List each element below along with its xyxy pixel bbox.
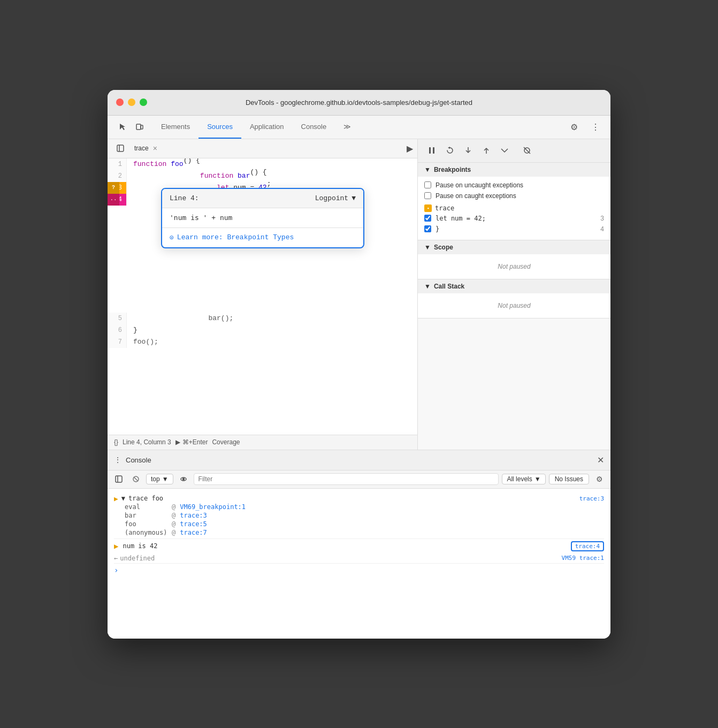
console-settings-button[interactable]: ⚙ [592,472,606,486]
svg-rect-4 [429,147,431,154]
logpoint-footer: ⊙ Learn more: Breakpoint Types [162,228,363,247]
right-panel: ▼ Breakpoints Pause on uncaught exceptio… [418,139,610,450]
stack-label-bar: bar [125,512,167,519]
logpoint-dropdown-icon: ▼ [352,194,356,202]
console-filter-input[interactable] [194,473,499,485]
traffic-lights [116,98,147,106]
pause-resume-button[interactable] [424,143,439,158]
console-prompt-icon: › [114,566,118,574]
trace-filename: trace [435,204,454,212]
breakpoint-badge-3: ? [108,182,119,194]
no-issues-button[interactable]: No Issues [549,474,589,484]
bp-code-4: } [436,225,596,233]
sidebar-toggle-icon[interactable] [112,140,129,157]
undefined-link[interactable]: VM59 trace:1 [562,555,604,562]
bp-line-4: 4 [600,225,604,233]
console-input-field[interactable] [123,566,604,574]
console-close-button[interactable]: ✕ [597,455,604,465]
log-level-icon: ▼ [534,475,541,483]
line-num-1[interactable]: 1 [108,158,127,170]
bp-code-3: let num = 42; [436,215,596,222]
console-eye-button[interactable] [177,472,190,486]
step-next-button[interactable] [497,143,512,158]
line-num-7[interactable]: 7 [108,336,127,348]
tab-sources[interactable]: Sources [198,115,241,139]
settings-icon[interactable]: ⚙ [566,118,583,135]
stack-link-foo[interactable]: trace:5 [180,520,207,528]
bp-checkbox-3[interactable] [424,215,431,222]
console-clear-button[interactable] [129,472,143,486]
callstack-triangle-icon: ▼ [424,283,431,290]
line-num-3[interactable]: ? 3 [108,182,127,194]
code-lines-lower: 5 bar(); 6 } 7 foo(); [108,313,417,348]
line-content-7: foo(); [127,336,417,348]
callstack-section-header[interactable]: ▼ Call Stack [418,279,610,293]
code-line-5: 5 bar(); [108,313,417,324]
tab-elements[interactable]: Elements [152,115,198,139]
tab-more[interactable]: ≫ [335,115,360,139]
svg-rect-5 [433,147,434,154]
run-shortcut: ⌘+Enter [182,438,208,446]
logpoint-type-selector[interactable]: Logpoint ▼ [315,194,356,202]
console-input-row: › [114,563,604,577]
maximize-button[interactable] [140,98,147,106]
more-options-icon[interactable]: ⋮ [587,118,604,135]
tab-console[interactable]: Console [293,115,335,139]
svg-point-15 [182,479,184,480]
pause-uncaught-checkbox[interactable] [424,181,431,188]
step-into-button[interactable] [461,143,476,158]
line-content-6: } [127,324,417,336]
console-group-header[interactable]: ▶ ▼ trace foo trace:3 [114,495,604,503]
breakpoints-section-header[interactable]: ▼ Breakpoints [418,163,610,177]
status-bar: {} Line 4, Column 3 ▶ ⌘+Enter Coverage [108,435,417,450]
logpoint-line-label: Line 4: [170,194,199,202]
logpoint-popup: Line 4: Logpoint ▼ ⊙ Learn more: Breakpo… [161,188,364,248]
editor-tab-trace[interactable]: trace × [129,139,163,158]
logpoint-header: Line 4: Logpoint ▼ [162,189,363,208]
stack-link-eval[interactable]: VM69_breakpoint:1 [180,503,246,511]
scope-section-header[interactable]: ▼ Scope [418,240,610,254]
console-undefined-line: ← undefined VM59 trace:1 [114,553,604,563]
tab-application[interactable]: Application [241,115,293,139]
pause-caught-checkbox[interactable] [424,192,431,199]
deactivate-breakpoints-button[interactable] [520,143,534,158]
logpoint-learn-more-link[interactable]: ⊙ Learn more: Breakpoint Types [170,233,294,242]
callstack-empty-message: Not paused [418,293,610,318]
group-link[interactable]: trace:3 [579,495,604,502]
context-label: top [151,475,160,483]
output-text: num is 42 [123,542,566,550]
console-context-selector[interactable]: top ▼ [146,474,173,484]
stack-link-bar[interactable]: trace:3 [180,512,207,519]
run-button[interactable]: ▶ ⌘+Enter [175,438,208,446]
device-icon[interactable] [131,118,148,135]
line-num-5[interactable]: 5 [108,313,127,324]
devtools-window: DevTools - googlechrome.github.io/devtoo… [108,90,610,639]
console-sidebar-toggle[interactable] [112,472,126,486]
trace-file-row: ▪ trace [424,203,604,213]
bp-checkbox-4[interactable] [424,225,431,232]
editor-tabs: trace × ▶ [108,139,417,158]
console-output-line: ▶ num is 42 trace:4 [114,539,604,553]
editor-tab-expander[interactable]: ▶ [407,143,413,154]
console-header: ⋮ Console ✕ [108,450,610,471]
close-button[interactable] [116,98,124,106]
code-line-7: 7 foo(); [108,336,417,348]
window-title: DevTools - googlechrome.github.io/devtoo… [246,98,472,107]
console-log-level-selector[interactable]: All levels ▼ [502,474,545,484]
step-out-button[interactable] [479,143,494,158]
line-num-2[interactable]: 2 [108,170,127,182]
minimize-button[interactable] [128,98,135,106]
editor-tab-close[interactable]: × [153,145,157,152]
output-link[interactable]: trace:4 [571,541,604,551]
logpoint-expression-input[interactable] [170,214,356,222]
line-num-4[interactable]: ·· 4 [108,194,127,206]
stack-link-anon[interactable]: trace:7 [180,529,207,536]
console-drag-icon[interactable]: ⋮ [114,456,121,464]
debug-toolbar [418,139,610,163]
cursor-icon[interactable] [114,118,131,135]
stack-item-eval: eval @ VM69_breakpoint:1 [114,503,604,511]
line-num-6[interactable]: 6 [108,324,127,336]
step-over-button[interactable] [442,143,457,158]
breakpoints-section-label: Breakpoints [434,166,471,173]
run-icon: ▶ [175,438,180,446]
